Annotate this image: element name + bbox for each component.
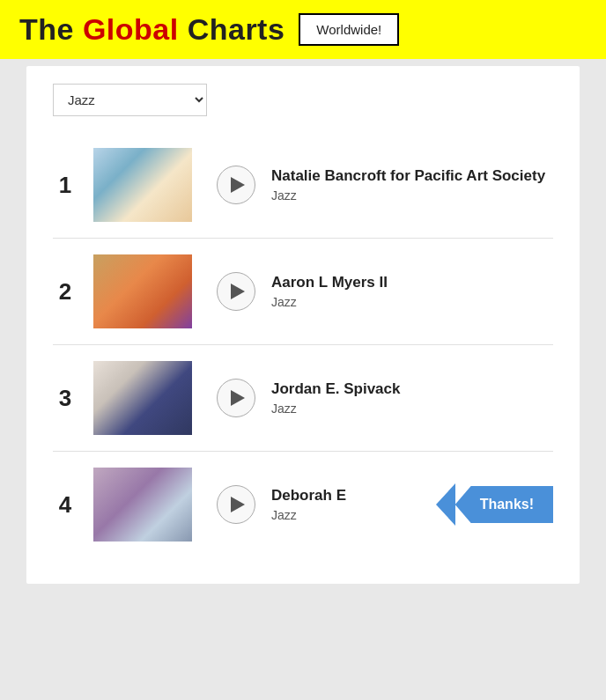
artist-info-1: Natalie Bancroft for Pacific Art Society… bbox=[271, 167, 553, 203]
rank-2: 2 bbox=[53, 278, 78, 306]
play-button-1[interactable] bbox=[217, 166, 255, 204]
artist-image-3 bbox=[93, 361, 192, 435]
artist-image-1 bbox=[93, 148, 192, 222]
artist-image-2 bbox=[93, 254, 192, 328]
play-button-2[interactable] bbox=[217, 272, 255, 311]
artist-name-2: Aaron L Myers II bbox=[271, 274, 553, 291]
play-icon-3 bbox=[231, 390, 245, 406]
title-post: Charts bbox=[179, 12, 285, 46]
main-content: JazzPopRockClassicalHip-HopCountry 1 Nat… bbox=[26, 66, 580, 584]
rank-3: 3 bbox=[53, 385, 78, 412]
artist-info-4: Deborah E Jazz bbox=[271, 487, 413, 522]
app-title: The Global Charts bbox=[19, 12, 285, 47]
thanks-label: Thanks! bbox=[455, 486, 553, 523]
artist-name-1: Natalie Bancroft for Pacific Art Society bbox=[271, 167, 553, 185]
thanks-badge[interactable]: Thanks! bbox=[455, 486, 553, 523]
chart-entry-3: 3 Jordan E. Spivack Jazz bbox=[53, 345, 553, 452]
chart-entry-4: 4 Deborah E Jazz Thanks! bbox=[53, 452, 553, 557]
artist-genre-1: Jazz bbox=[271, 188, 553, 203]
artist-image-4 bbox=[93, 468, 192, 542]
worldwide-button[interactable]: Worldwide! bbox=[299, 13, 399, 46]
chart-list: 1 Natalie Bancroft for Pacific Art Socie… bbox=[53, 132, 553, 557]
play-button-4[interactable] bbox=[217, 485, 255, 524]
title-global: Global bbox=[83, 12, 179, 46]
chart-entry-1: 1 Natalie Bancroft for Pacific Art Socie… bbox=[53, 132, 553, 239]
chart-entry-2: 2 Aaron L Myers II Jazz bbox=[53, 239, 553, 345]
artist-info-2: Aaron L Myers II Jazz bbox=[271, 274, 553, 309]
rank-1: 1 bbox=[53, 172, 78, 199]
title-pre: The bbox=[19, 12, 83, 46]
rank-4: 4 bbox=[53, 491, 78, 519]
play-icon-1 bbox=[231, 177, 245, 193]
play-icon-4 bbox=[231, 497, 245, 512]
genre-dropdown[interactable]: JazzPopRockClassicalHip-HopCountry bbox=[53, 84, 207, 116]
artist-genre-3: Jazz bbox=[271, 402, 553, 416]
artist-info-3: Jordan E. Spivack Jazz bbox=[271, 380, 553, 416]
play-icon-2 bbox=[231, 284, 245, 299]
artist-genre-2: Jazz bbox=[271, 295, 553, 309]
artist-genre-4: Jazz bbox=[271, 508, 413, 522]
artist-name-3: Jordan E. Spivack bbox=[271, 380, 553, 398]
play-button-3[interactable] bbox=[217, 379, 255, 417]
artist-name-4: Deborah E bbox=[271, 487, 413, 505]
thanks-arrow-pointer bbox=[436, 483, 455, 526]
header: The Global Charts Worldwide! bbox=[0, 0, 606, 59]
